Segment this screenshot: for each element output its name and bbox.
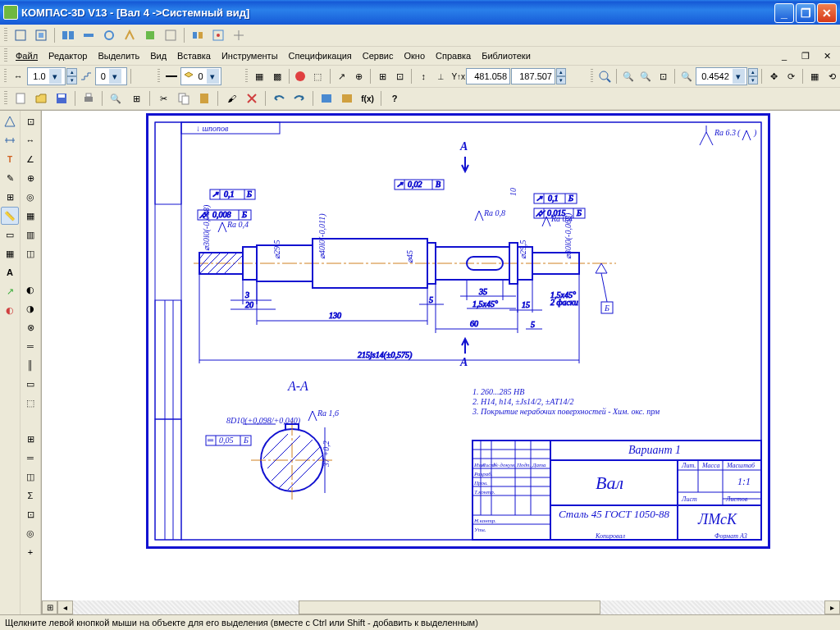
brush-button[interactable]: 🖌 (221, 89, 241, 108)
minimize-button[interactable]: _ (774, 3, 794, 23)
tool-c[interactable]: ◐ (1, 301, 19, 319)
zoom-all-button[interactable] (596, 66, 613, 86)
snap-14[interactable]: ▭ (21, 375, 39, 393)
panel-btn-7[interactable] (140, 25, 160, 45)
panel-btn-9[interactable] (188, 25, 208, 45)
tool-a[interactable]: A (1, 263, 19, 281)
help-button[interactable]: ? (385, 89, 404, 108)
new-button[interactable] (11, 89, 30, 108)
view-btn-3[interactable] (292, 66, 308, 86)
ortho-button[interactable]: ⟂ (432, 66, 449, 86)
coord-btn-1[interactable]: ↗ (333, 66, 349, 86)
zoom-combo[interactable]: 0.4542▾ (696, 67, 747, 85)
snap-1[interactable]: ⊡ (21, 112, 39, 130)
snap-2[interactable]: ↔ (21, 131, 39, 149)
mdi-close-button[interactable]: ✕ (817, 46, 837, 66)
drawing-canvas[interactable]: ↓ шпопов Ra 6.3 ( ) A A (42, 111, 840, 614)
snap-3[interactable]: ∠ (21, 150, 39, 168)
close-button[interactable]: ✕ (817, 3, 837, 23)
snap-17[interactable]: ═ (21, 449, 39, 467)
coord-btn-2[interactable]: ⊕ (350, 66, 367, 86)
step-icon[interactable] (78, 66, 94, 86)
coord-spinner[interactable]: ▴▾ (556, 68, 566, 84)
snap-6[interactable]: ▦ (21, 207, 39, 225)
step-combo[interactable]: 0▾ (95, 67, 127, 85)
tool-edit[interactable]: ✎ (1, 169, 19, 187)
rebuild-button[interactable]: ▦ (806, 66, 823, 86)
tool-text[interactable]: T (1, 150, 19, 168)
view-btn-2[interactable]: ▩ (269, 66, 285, 86)
open-button[interactable] (31, 89, 51, 108)
cut-button[interactable]: ✂ (153, 89, 173, 108)
print-button[interactable] (79, 89, 98, 108)
menu-help[interactable]: Справка (431, 49, 476, 62)
menu-view[interactable]: Вид (145, 49, 171, 62)
panel-btn-3[interactable] (58, 25, 78, 45)
paste-button[interactable] (194, 89, 214, 108)
menu-service[interactable]: Сервис (358, 49, 399, 62)
snap-12[interactable]: ═ (21, 337, 39, 355)
snap-4[interactable]: ⊕ (21, 169, 39, 187)
snap-13[interactable]: ║ (21, 356, 39, 374)
scroll-thumb[interactable] (299, 600, 600, 614)
panel-btn-4[interactable] (79, 25, 98, 45)
pan-button[interactable]: ✥ (765, 66, 782, 86)
snap-5[interactable]: ◎ (21, 188, 39, 206)
menu-spec[interactable]: Спецификация (284, 49, 357, 62)
copy-button[interactable] (174, 89, 194, 108)
snap-22[interactable]: + (21, 543, 39, 561)
refresh-button[interactable]: ⟲ (824, 66, 840, 86)
drawing-sheet[interactable]: ↓ шпопов Ra 6.3 ( ) A A (146, 113, 770, 549)
scroll-track[interactable] (73, 600, 824, 614)
grip-icon[interactable] (591, 69, 593, 84)
tool-spec[interactable]: ▦ (1, 244, 19, 262)
zoom-spinner[interactable]: ▴▾ (748, 68, 758, 84)
maximize-button[interactable]: ❐ (796, 3, 815, 23)
coord-y-field[interactable]: 187.507 (511, 68, 555, 84)
grip-icon[interactable] (4, 69, 7, 84)
scale-spinner[interactable]: ▴▾ (66, 68, 76, 84)
panel-btn-2[interactable] (31, 25, 51, 45)
cancel-button[interactable] (242, 89, 262, 108)
grip-icon[interactable] (4, 48, 7, 63)
menu-editor[interactable]: Редактор (43, 49, 92, 62)
menu-window[interactable]: Окно (399, 49, 430, 62)
tool-geometry[interactable] (1, 112, 19, 130)
grip-icon[interactable] (4, 91, 7, 106)
arrow-icon[interactable]: ↔ (10, 66, 26, 86)
panel-btn-6[interactable] (120, 25, 139, 45)
redo-button[interactable] (290, 89, 309, 108)
zoom-out-button[interactable]: 🔍 (637, 66, 654, 86)
menu-file[interactable]: Файл (11, 49, 43, 62)
menu-select[interactable]: Выделить (93, 49, 144, 62)
tab-button[interactable]: ⊞ (42, 600, 57, 614)
vars-button[interactable] (337, 89, 357, 108)
undo-button[interactable] (269, 89, 289, 108)
coord-btn-5[interactable]: ↕ (415, 66, 431, 86)
grip-icon[interactable] (4, 28, 7, 43)
tool-measure[interactable]: 📏 (1, 207, 19, 225)
zoom-window-button[interactable]: ⊡ (655, 66, 671, 86)
scroll-right-button[interactable]: ▸ (824, 600, 840, 614)
zoom-in-button[interactable]: 🔍 (620, 66, 637, 86)
grip-icon[interactable] (158, 69, 160, 84)
mdi-minimize-button[interactable]: _ (774, 46, 794, 66)
snap-7[interactable]: ▥ (21, 226, 39, 244)
preview-button[interactable]: 🔍 (106, 89, 126, 108)
snap-15[interactable]: ⬚ (21, 394, 39, 412)
panel-btn-11[interactable] (229, 25, 249, 45)
rotate-button[interactable]: ⟳ (783, 66, 799, 86)
menu-tools[interactable]: Инструменты (217, 49, 283, 62)
view-btn-4[interactable]: ⬚ (309, 66, 326, 86)
panel-btn-5[interactable] (99, 25, 119, 45)
menu-libs[interactable]: Библиотеки (477, 49, 536, 62)
snap-8[interactable]: ◫ (21, 244, 39, 262)
snap-16[interactable]: ⊞ (21, 430, 39, 448)
scroll-left-button[interactable]: ◂ (57, 600, 73, 614)
panel-btn-1[interactable] (11, 25, 30, 45)
snap-19[interactable]: Σ (21, 486, 39, 504)
props-button[interactable]: ⊞ (126, 89, 146, 108)
tool-select[interactable]: ▭ (1, 226, 19, 244)
tool-param[interactable]: ⊞ (1, 188, 19, 206)
snap-9[interactable]: ◐ (21, 281, 39, 299)
